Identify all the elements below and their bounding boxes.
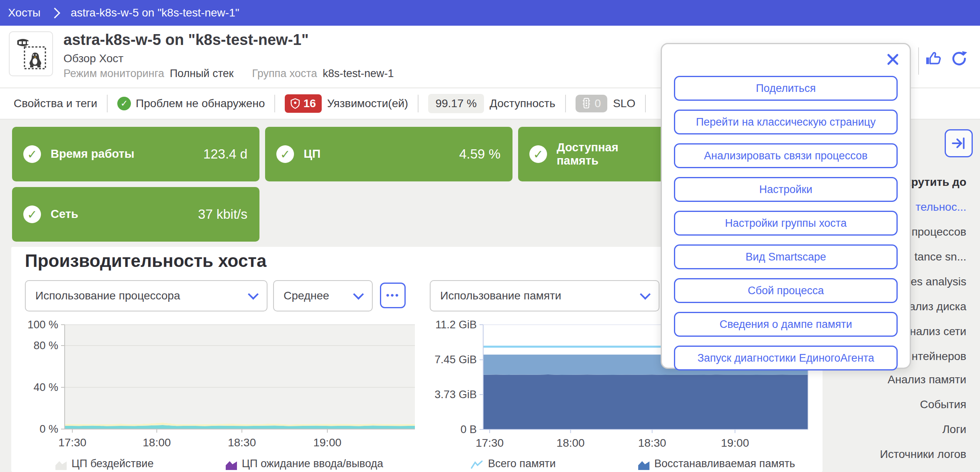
- slo-badge: 0: [576, 95, 608, 112]
- monitoring-mode-label: Режим мониторинга: [63, 67, 164, 80]
- cpu-label: ЦП: [304, 147, 321, 161]
- y-axis-label: 40 %: [12, 381, 58, 394]
- breadcrumb-hosts[interactable]: Хосты: [8, 6, 41, 19]
- slo-label: SLO: [613, 97, 635, 110]
- host-meta: Режим мониторинга Полный стек Группа хос…: [63, 67, 394, 80]
- vulnerabilities-count: 16: [303, 97, 316, 110]
- problems-status-label: Проблем не обнаружено: [136, 97, 265, 110]
- popup-button-1[interactable]: Перейти на классическую страницу: [674, 110, 898, 134]
- availability-status[interactable]: 99.17 % Доступность: [428, 94, 555, 113]
- cpu-metric-dropdown-value: Использование процессора: [35, 289, 180, 302]
- shield-icon: [290, 98, 300, 109]
- check-circle-icon: ✓: [529, 145, 547, 163]
- check-circle-icon: ✓: [23, 205, 41, 223]
- collapse-sidebar-button[interactable]: [945, 129, 973, 157]
- more-options-button[interactable]: •••: [380, 283, 406, 308]
- sidebar-item-0: крутить до: [906, 176, 966, 189]
- host-group-value[interactable]: k8s-test-new-1: [323, 67, 394, 80]
- linux-host-icon: [9, 31, 53, 76]
- uptime-value: 123.4 d: [203, 146, 247, 162]
- chevron-right-icon: [49, 8, 60, 18]
- sidebar-item-5[interactable]: ализ диска: [909, 300, 966, 313]
- legend-label: Восстанавливаемая память: [654, 458, 795, 470]
- line-swatch-icon: [470, 460, 483, 470]
- legend-cpu-iowait[interactable]: ЦП ожидание ввода/вывода: [226, 458, 383, 470]
- legend-memory-total[interactable]: Всего памяти: [470, 458, 556, 470]
- feedback-thumbs-up-button[interactable]: [924, 49, 943, 68]
- y-axis-label: 100 %: [12, 319, 58, 331]
- cpu-value: 4.59 %: [459, 146, 500, 162]
- x-axis-label: 18:00: [133, 436, 181, 449]
- popup-button-7[interactable]: Сведения о дампе памяти: [674, 312, 898, 337]
- host-actions-popup: ПоделитьсяПерейти на классическую страни…: [661, 43, 911, 369]
- popup-button-5[interactable]: Вид Smartscape: [674, 244, 898, 269]
- sidebar-item-4[interactable]: es analysis: [911, 275, 966, 288]
- page-subtitle: Обзор Хост: [63, 52, 123, 65]
- page-title: astra-k8s-w-5 on "k8s-test-new-1": [63, 31, 308, 49]
- x-axis-label: 18:30: [628, 437, 676, 450]
- x-axis-label: 18:00: [547, 437, 595, 450]
- legend-label: ЦП ожидание ввода/вывода: [242, 458, 383, 470]
- aggregation-dropdown[interactable]: Среднее: [273, 280, 373, 311]
- properties-tags-link[interactable]: Свойства и теги: [14, 97, 97, 110]
- refresh-button[interactable]: [949, 49, 969, 68]
- chevron-down-icon: [353, 289, 364, 299]
- sidebar-item-9[interactable]: События: [920, 398, 966, 411]
- x-axis-label: 18:30: [218, 436, 266, 449]
- area-swatch-icon: [55, 460, 67, 470]
- memory-metric-dropdown-value: Использование памяти: [440, 289, 561, 302]
- vulnerabilities-label: Уязвимости(ей): [327, 97, 408, 110]
- legend-label: ЦП бездействие: [71, 458, 153, 470]
- sidebar-item-1[interactable]: тельнос...: [916, 201, 966, 214]
- panel-title: Производительность хоста: [25, 251, 266, 271]
- popup-button-6[interactable]: Сбой процесса: [674, 278, 898, 303]
- popup-button-2[interactable]: Анализировать связи процессов: [674, 143, 898, 168]
- availability-label: Доступность: [490, 97, 555, 110]
- sidebar-item-3[interactable]: tance sn...: [915, 250, 966, 263]
- network-tile[interactable]: ✓ Сеть 37 kbit/s: [12, 187, 259, 242]
- available-memory-label: Доступная память: [557, 141, 657, 168]
- monitoring-mode-value: Полный стек: [170, 67, 234, 80]
- check-circle-icon: ✓: [23, 145, 41, 163]
- area-swatch-icon: [638, 460, 649, 470]
- availability-badge: 99.17 %: [428, 94, 484, 113]
- y-axis-label: 3.73 GiB: [427, 389, 477, 401]
- y-axis-label: 80 %: [12, 340, 58, 352]
- legend-label: Всего памяти: [488, 458, 556, 470]
- x-axis-label: 19:00: [303, 436, 351, 449]
- popup-button-0[interactable]: Поделиться: [674, 76, 898, 101]
- problems-status[interactable]: ✓ Проблем не обнаружено: [117, 97, 265, 110]
- aggregation-dropdown-value: Среднее: [284, 289, 329, 302]
- slo-count: 0: [595, 97, 601, 110]
- chevron-down-icon: [640, 289, 651, 299]
- popup-button-4[interactable]: Настройки группы хоста: [674, 211, 898, 236]
- close-icon[interactable]: [885, 51, 901, 67]
- popup-button-3[interactable]: Настройки: [674, 177, 898, 202]
- legend-cpu-idle[interactable]: ЦП бездействие: [55, 458, 153, 470]
- breadcrumb-current-host: astra-k8s-w-5 on "k8s-test-new-1": [71, 6, 239, 19]
- cpu-tile[interactable]: ✓ ЦП 4.59 %: [265, 127, 512, 181]
- traffic-light-icon: [582, 98, 591, 110]
- popup-button-8[interactable]: Запуск диагностики ЕдиногоАгента: [674, 346, 898, 370]
- uptime-label: Время работы: [51, 147, 135, 161]
- sidebar-item-11[interactable]: Источники логов: [880, 448, 966, 461]
- legend-memory-reclaimable[interactable]: Восстанавливаемая память: [638, 458, 795, 470]
- cpu-chart-block: 100 %80 %40 %0 %17:3018:0018:3019:00: [12, 319, 422, 472]
- sidebar-item-10[interactable]: Логи: [942, 423, 966, 436]
- vulnerabilities-badge: 16: [285, 94, 321, 113]
- cpu-usage-chart[interactable]: [65, 325, 415, 429]
- y-axis-label: 11.2 GiB: [427, 319, 477, 331]
- cpu-metric-dropdown[interactable]: Использование процессора: [25, 280, 267, 311]
- x-axis-label: 17:30: [466, 437, 514, 450]
- check-circle-icon: ✓: [117, 97, 131, 110]
- vulnerabilities-status[interactable]: 16 Уязвимости(ей): [285, 94, 408, 113]
- y-axis-label: 7.45 GiB: [427, 354, 477, 366]
- uptime-tile[interactable]: ✓ Время работы 123.4 d: [12, 127, 259, 181]
- sidebar-item-6[interactable]: нализ сети: [910, 325, 966, 338]
- sidebar-item-7[interactable]: нтейнеров: [912, 350, 966, 363]
- slo-status[interactable]: 0 SLO: [576, 95, 636, 112]
- sidebar-item-2[interactable]: процессов: [912, 226, 966, 238]
- sidebar-item-8[interactable]: Анализ памяти: [888, 373, 966, 386]
- memory-metric-dropdown[interactable]: Использование памяти: [430, 280, 659, 311]
- header-divider: [918, 47, 919, 75]
